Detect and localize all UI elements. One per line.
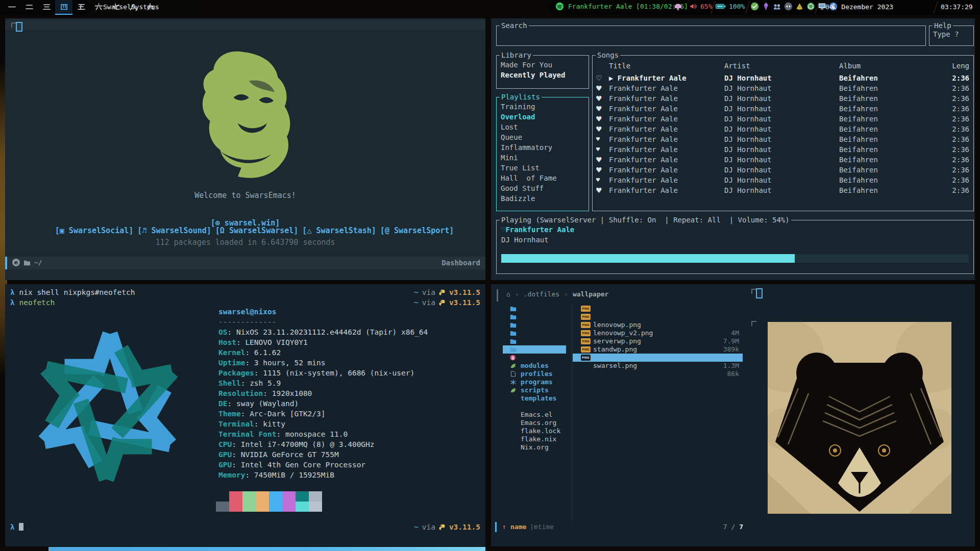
corner-mark-icon: [751, 321, 756, 326]
song-row[interactable]: ♥ ▶ Frankfurter Aale DJ Hornhaut Beifahr…: [593, 83, 973, 93]
neofetch-field: Theme: Arc-Dark [GTK2/3]: [218, 409, 428, 419]
playlist-item[interactable]: Training: [501, 102, 586, 112]
discord-icon[interactable]: [784, 2, 793, 11]
volume-module[interactable]: 65%: [689, 2, 712, 11]
palette-swatch: [269, 491, 282, 502]
crystal-icon[interactable]: [762, 2, 770, 11]
battery-module[interactable]: 100%: [716, 2, 745, 11]
file-row[interactable]: profiles: [503, 313, 566, 321]
sort-alt[interactable]: |mtime: [530, 522, 554, 532]
song-row[interactable]: ♡ ▶ Frankfurter Aale DJ Hornhaut Beifahr…: [593, 73, 973, 83]
file-row[interactable]: PNG user.png 6.9M: [573, 354, 743, 362]
home-icon[interactable]: ⌂: [506, 290, 510, 298]
heart-icon[interactable]: ♥: [596, 114, 602, 124]
time-label: 03:37:29: [941, 3, 973, 11]
heart-icon[interactable]: ♥: [596, 144, 600, 155]
heart-icon[interactable]: ♥: [596, 175, 600, 185]
status-bar: ↑ name |mtime 7 / 7: [495, 522, 743, 532]
playlist-item[interactable]: Good Stuff: [501, 183, 586, 193]
song-row[interactable]: ♥ ▶ Frankfurter Aale DJ Hornhaut Beifahr…: [593, 114, 973, 124]
workspace-button[interactable]: [55, 0, 72, 15]
song-row[interactable]: ♥ ▶ Frankfurter Aale DJ Hornhaut Beifahr…: [593, 165, 973, 175]
song-row[interactable]: ♥ ▶ Frankfurter Aale DJ Hornhaut Beifahr…: [593, 175, 973, 185]
file-row[interactable]: flake.lock: [503, 370, 566, 378]
song-row[interactable]: ♥ ▶ Frankfurter Aale DJ Hornhaut Beifahr…: [593, 185, 973, 195]
png-file-icon: PNG: [581, 322, 591, 328]
search-box[interactable]: Search: [496, 26, 926, 46]
playlist-item[interactable]: Inflammatory: [501, 142, 586, 153]
emacs-modeline: e ~/ Dashboard: [5, 257, 485, 269]
column-artist[interactable]: Artist: [724, 62, 750, 70]
swarsel-win-link[interactable]: [⊕ swarsel.win]: [5, 218, 485, 228]
playlist-item[interactable]: True List: [501, 163, 586, 173]
heart-icon[interactable]: ♥: [596, 134, 600, 144]
file-row[interactable]: Emacs.el: [503, 354, 566, 362]
playlist-item[interactable]: Lost: [501, 122, 586, 132]
song-row[interactable]: ♥ ▶ Frankfurter Aale DJ Hornhaut Beifahr…: [593, 104, 973, 114]
breadcrumb-part[interactable]: .dotfiles: [524, 290, 559, 298]
file-row[interactable]: PNG lenovowp.png 4M: [573, 305, 743, 313]
playlist-item[interactable]: Mini: [501, 153, 586, 163]
workspace-button[interactable]: [3, 0, 20, 15]
now-playing-module[interactable]: Frankfurter Aale [01:38/02:36]: [555, 2, 688, 11]
heart-icon[interactable]: ♡: [596, 73, 602, 83]
file-row[interactable]: scripts: [503, 329, 566, 337]
file-row[interactable]: PNG standwp.png 2.9M: [573, 329, 743, 337]
library-item[interactable]: Recently Played: [501, 70, 586, 80]
heart-icon[interactable]: ♥: [596, 104, 602, 114]
file-row[interactable]: Emacs.org: [503, 362, 566, 370]
workspace-button[interactable]: [20, 0, 38, 15]
songs-label: Songs: [596, 51, 620, 59]
column-album[interactable]: Album: [839, 62, 861, 70]
song-artist: DJ Hornhaut: [724, 104, 772, 114]
song-row[interactable]: ♥ ▶ Frankfurter Aale DJ Hornhaut Beifahr…: [593, 134, 973, 144]
check-icon[interactable]: [750, 2, 759, 11]
file-row[interactable]: PNG lenovowp_v2.png 7.9M: [573, 313, 743, 321]
heart-icon[interactable]: ♥: [596, 155, 602, 165]
column-title[interactable]: Title: [609, 62, 630, 70]
playlist-item[interactable]: Queue: [501, 132, 586, 142]
workspace-button[interactable]: [38, 0, 55, 15]
file-row[interactable]: Nix.org: [503, 386, 566, 394]
file-row[interactable]: PNG swarsel.png 86k: [573, 345, 743, 354]
playlist-item[interactable]: Overload: [501, 112, 586, 122]
sync-icon[interactable]: [806, 2, 815, 11]
file-row[interactable]: templates: [503, 337, 566, 345]
file-row[interactable]: wallpaper: [503, 345, 566, 354]
heart-icon[interactable]: ♥: [596, 83, 602, 93]
heart-icon[interactable]: ♥: [596, 93, 602, 104]
users-icon[interactable]: [773, 2, 781, 11]
workspace-button[interactable]: [72, 0, 90, 15]
mushroom-icon[interactable]: [674, 3, 682, 11]
library-item[interactable]: Made For You: [501, 60, 586, 70]
song-row[interactable]: ♥ ▶ Frankfurter Aale DJ Hornhaut Beifahr…: [593, 93, 973, 104]
battery-icon: [716, 2, 726, 11]
column-length[interactable]: Leng: [952, 62, 969, 70]
sort-key[interactable]: name: [510, 522, 526, 532]
song-row[interactable]: ♥ ▶ Frankfurter Aale DJ Hornhaut Beifahr…: [593, 124, 973, 134]
wallpaper-strip-bottom: [0, 546, 980, 551]
song-title: Frankfurter Aale: [609, 186, 678, 194]
heart-icon[interactable]: ♥: [596, 124, 602, 134]
heart-icon[interactable]: ♥: [596, 165, 602, 175]
file-row[interactable]: PNG serverwp.png 389k: [573, 321, 743, 329]
progress-track[interactable]: [501, 254, 969, 263]
breadcrumb-part[interactable]: wallpaper: [573, 290, 608, 298]
buffer-name: Dashboard: [442, 259, 480, 267]
palette-swatch: [269, 502, 282, 512]
command-text: nix shell nixpkgs#neofetch: [19, 288, 135, 296]
heart-icon[interactable]: ♥: [596, 185, 602, 195]
turtle-icon[interactable]: [795, 2, 804, 11]
png-file-icon: PNG: [581, 314, 591, 320]
play-icon: ▶: [609, 74, 618, 82]
file-row[interactable]: programs: [503, 321, 566, 329]
file-row[interactable]: modules: [503, 305, 566, 313]
shell-prompt[interactable]: λ: [10, 523, 23, 531]
playlist-item[interactable]: Badizzle: [501, 193, 586, 204]
file-row[interactable]: PNG surfacewp.png 1.3M: [573, 337, 743, 345]
speaker-icon: [689, 2, 698, 11]
playlist-item[interactable]: Hall of Fame: [501, 173, 586, 183]
song-row[interactable]: ♥ ▶ Frankfurter Aale DJ Hornhaut Beifahr…: [593, 155, 973, 165]
file-row[interactable]: flake.nix: [503, 378, 566, 386]
song-row[interactable]: ♥ ▶ Frankfurter Aale DJ Hornhaut Beifahr…: [593, 144, 973, 155]
